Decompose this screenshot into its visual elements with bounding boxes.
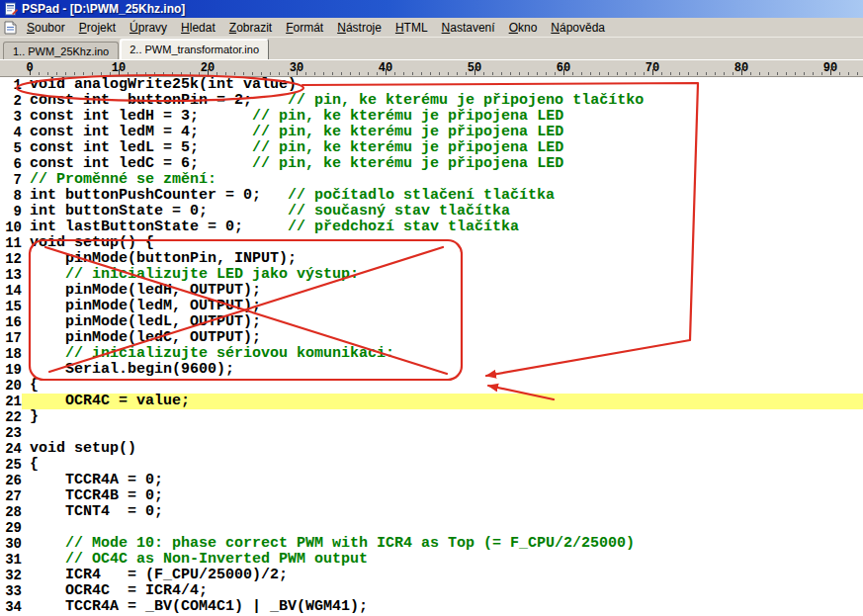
code-line-4[interactable]: 4const int ledM = 4; // pin, ke kterému … [0,125,863,140]
code-line-22[interactable]: 22} [0,409,863,425]
menu-item-zobrazit[interactable]: Zobrazit [222,19,279,37]
ruler-mark-10: 10 [112,61,126,75]
ruler-mark-0: 0 [26,61,33,75]
code-line-9[interactable]: 9int buttonState = 0; // současný stav t… [0,204,863,220]
code-line-19[interactable]: 19 Serial.begin(9600); [0,362,863,378]
code-text: pinMode(ledL, OUTPUT); [22,314,863,330]
code-line-6[interactable]: 6const int ledC = 6; // pin, ke kterému … [0,156,863,172]
line-number: 2 [0,93,22,109]
menu-item-upravy[interactable]: Úpravy [123,19,174,37]
code-line-23[interactable]: 23 [0,425,863,441]
line-number: 9 [0,204,22,220]
code-text: void setup() { [22,235,863,251]
code-text: const int buttonPin = 2; // pin, ke kter… [22,93,863,109]
code-text: pinMode(buttonPin, INPUT); [22,251,863,267]
line-number: 18 [0,346,22,362]
code-line-20[interactable]: 20{ [0,378,863,394]
ruler-mark-60: 60 [557,61,570,75]
code-line-1[interactable]: 1void analogWrite25k(int value) [0,77,863,93]
code-text: // inicializujte sériovou komunikaci: [22,346,863,362]
code-text: OCR4C = value; [22,394,863,409]
code-text [22,425,863,441]
code-text: TCCR4A = _BV(COM4C1) | _BV(WGM41); [22,599,863,615]
line-number: 8 [0,188,22,204]
code-text: int lastButtonState = 0; // předchozí st… [22,220,863,235]
code-line-32[interactable]: 32 ICR4 = (F_CPU/25000)/2; [0,568,863,583]
code-line-3[interactable]: 3const int ledH = 3; // pin, ke kterému … [0,109,863,125]
line-number: 15 [0,299,22,314]
code-line-13[interactable]: 13 // inicializujte LED jako výstup: [0,267,863,283]
code-text: pinMode(ledM, OUTPUT); [22,299,863,314]
line-number: 24 [0,441,22,457]
code-text: void setup() [22,441,863,457]
code-line-16[interactable]: 16 pinMode(ledL, OUTPUT); [0,314,863,330]
code-text: // Mode 10: phase correct PWM with ICR4 … [22,536,863,552]
menu-item-nastroje[interactable]: Nástroje [330,19,388,37]
line-number: 10 [0,220,22,235]
line-number: 27 [0,488,22,504]
code-text: TCCR4A = 0; [22,473,863,488]
line-number: 25 [0,457,22,473]
line-number: 16 [0,314,22,330]
code-line-12[interactable]: 12 pinMode(buttonPin, INPUT); [0,251,863,267]
line-number: 3 [0,109,22,125]
line-number: 28 [0,504,22,520]
code-line-8[interactable]: 8int buttonPushCounter = 0; // počítadlo… [0,188,863,204]
code-line-15[interactable]: 15 pinMode(ledM, OUTPUT); [0,299,863,314]
code-line-11[interactable]: 11void setup() { [0,235,863,251]
menu-item-nastaveni[interactable]: Nastavení [435,19,502,37]
code-area[interactable]: 1void analogWrite25k(int value)2const in… [0,77,863,616]
code-text: Serial.begin(9600); [22,362,863,378]
code-text: const int ledC = 6; // pin, ke kterému j… [22,156,863,172]
code-line-27[interactable]: 27 TCCR4B = 0; [0,488,863,504]
code-line-21[interactable]: 21 OCR4C = value; [0,394,863,409]
code-line-14[interactable]: 14 pinMode(ledH, OUTPUT); [0,283,863,299]
menu-item-hledat[interactable]: Hledat [174,19,222,37]
code-line-30[interactable]: 30 // Mode 10: phase correct PWM with IC… [0,536,863,552]
code-line-17[interactable]: 17 pinMode(ledC, OUTPUT); [0,330,863,346]
code-text: pinMode(ledC, OUTPUT); [22,330,863,346]
code-line-18[interactable]: 18 // inicializujte sériovou komunikaci: [0,346,863,362]
line-number: 4 [0,125,22,140]
line-number: 14 [0,283,22,299]
code-line-24[interactable]: 24void setup() [0,441,863,457]
tab-pwm-25khz[interactable]: 1.. PWM_25Khz.ino [3,42,119,59]
code-line-25[interactable]: 25{ [0,457,863,473]
code-line-7[interactable]: 7// Proměnné se změní: [0,172,863,188]
code-line-34[interactable]: 34 TCCR4A = _BV(COM4C1) | _BV(WGM41); [0,599,863,615]
menu-item-html[interactable]: HTML [388,19,435,37]
line-number: 13 [0,267,22,283]
code-line-29[interactable]: 29 [0,520,863,536]
document-icon[interactable] [4,21,17,35]
code-text: TCCR4B = 0; [22,488,863,504]
code-text: const int ledL = 5; // pin, ke kterému j… [22,140,863,156]
code-text: int buttonState = 0; // současný stav tl… [22,204,863,220]
code-line-10[interactable]: 10int lastButtonState = 0; // předchozí … [0,220,863,235]
menu-item-format[interactable]: Formát [279,19,330,37]
menu-item-napoveda[interactable]: Nápověda [544,19,612,37]
code-line-5[interactable]: 5const int ledL = 5; // pin, ke kterému … [0,140,863,156]
tab-label: 1.. PWM_25Khz.ino [13,45,109,57]
code-line-33[interactable]: 33 OCR4C = ICR4/4; [0,583,863,599]
code-line-28[interactable]: 28 TCNT4 = 0; [0,504,863,520]
menu-items: SouborProjektÚpravyHledatZobrazitFormátN… [20,19,612,37]
line-number: 21 [0,394,22,409]
menu-item-okno[interactable]: Okno [502,19,545,37]
code-line-31[interactable]: 31 // OC4C as Non-Inverted PWM output [0,552,863,568]
code-text: const int ledM = 4; // pin, ke kterému j… [22,125,863,140]
code-line-2[interactable]: 2const int buttonPin = 2; // pin, ke kte… [0,93,863,109]
code-text: { [22,457,863,473]
menu-item-soubor[interactable]: Soubor [20,19,72,37]
titlebar[interactable]: PSPad - [D:\PWM_25Khz.ino] [0,0,863,18]
menu-item-projekt[interactable]: Projekt [72,19,123,37]
line-number: 5 [0,140,22,156]
code-text: } [22,409,863,425]
line-number: 32 [0,568,22,583]
line-number: 22 [0,409,22,425]
code-text: OCR4C = ICR4/4; [22,583,863,599]
tab-pwm-transformator[interactable]: 2.. PWM_transformator.ino [120,39,269,59]
code-text: { [22,378,863,394]
app-icon [4,2,18,16]
code-text: // OC4C as Non-Inverted PWM output [22,552,863,568]
code-line-26[interactable]: 26 TCCR4A = 0; [0,473,863,488]
